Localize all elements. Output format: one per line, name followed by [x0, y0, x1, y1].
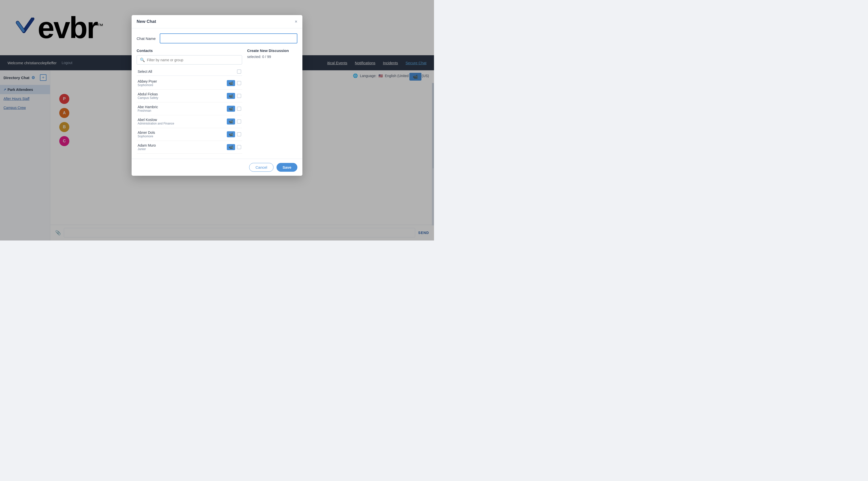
contact-name-3: Abel Koslow — [137, 118, 227, 122]
contacts-heading: Contacts — [136, 49, 242, 53]
search-icon: 🔍 — [140, 58, 145, 62]
contact-actions-2: 📹 — [227, 106, 241, 112]
contact-name-1: Abdul Fickas — [137, 92, 227, 96]
contact-info-0: Abbey Pryer Sophomore — [137, 79, 227, 87]
contact-info-4: Abner Dols Sophomore — [137, 131, 227, 138]
contact-group-4: Sophomore — [137, 134, 227, 138]
contact-item-2: Abe Hambric Freshman 📹 — [136, 102, 242, 115]
modal-footer: Cancel Save — [132, 159, 302, 176]
contact-item-0: Abbey Pryer Sophomore 📹 — [136, 77, 242, 90]
contacts-search-box[interactable]: 🔍 — [136, 55, 242, 65]
discussion-title: Create New Discussion — [247, 49, 298, 53]
contact-info-1: Abdul Fickas Campus Safety — [137, 92, 227, 100]
video-call-contact-5[interactable]: 📹 — [227, 144, 235, 150]
modal-overlay: New Chat × Chat Name Contacts 🔍 — [0, 0, 434, 241]
video-call-contact-4[interactable]: 📹 — [227, 131, 235, 137]
cancel-button[interactable]: Cancel — [249, 163, 274, 172]
chat-name-input[interactable] — [160, 33, 298, 43]
contact-name-4: Abner Dols — [137, 131, 227, 134]
video-call-contact-2[interactable]: 📹 — [227, 106, 235, 112]
select-all-row: Select All — [136, 67, 242, 76]
contact-group-1: Campus Safety — [137, 96, 227, 100]
modal-header: New Chat × — [132, 15, 302, 28]
chat-name-row: Chat Name — [136, 33, 298, 43]
contact-name-5: Adam Muro — [137, 143, 227, 147]
selected-count: selected: 0 / 99 — [247, 55, 298, 59]
contact-item-4: Abner Dols Sophomore 📹 — [136, 128, 242, 141]
contact-group-0: Sophomore — [137, 83, 227, 87]
contacts-list: Abbey Pryer Sophomore 📹 Abdul Ficka — [136, 77, 242, 154]
video-call-contact-1[interactable]: 📹 — [227, 93, 235, 99]
contact-info-2: Abe Hambric Freshman — [137, 105, 227, 113]
contact-info-5: Adam Muro Junior — [137, 143, 227, 151]
contacts-column: Contacts 🔍 Select All — [136, 49, 242, 154]
modal-columns: Contacts 🔍 Select All — [136, 49, 298, 154]
new-chat-modal: New Chat × Chat Name Contacts 🔍 — [132, 15, 302, 176]
contact-checkbox-5[interactable] — [237, 145, 241, 149]
contact-group-5: Junior — [137, 147, 227, 151]
modal-body: Chat Name Contacts 🔍 Select All — [132, 28, 302, 159]
contact-group-3: Administration and Finance — [137, 122, 227, 125]
contact-checkbox-3[interactable] — [237, 120, 241, 124]
contact-actions-5: 📹 — [227, 144, 241, 150]
chat-name-label: Chat Name — [136, 36, 156, 41]
contact-checkbox-1[interactable] — [237, 94, 241, 98]
discussion-column: Create New Discussion selected: 0 / 99 — [247, 49, 298, 154]
contact-checkbox-2[interactable] — [237, 107, 241, 111]
contact-checkbox-4[interactable] — [237, 132, 241, 136]
contact-item-3: Abel Koslow Administration and Finance 📹 — [136, 115, 242, 128]
save-button[interactable]: Save — [277, 163, 298, 172]
modal-close-button[interactable]: × — [294, 19, 298, 24]
contact-name-2: Abe Hambric — [137, 105, 227, 109]
contact-name-0: Abbey Pryer — [137, 79, 227, 83]
contacts-search-input[interactable] — [147, 58, 239, 62]
contact-actions-4: 📹 — [227, 131, 241, 137]
contact-checkbox-0[interactable] — [237, 81, 241, 85]
video-call-contact-0[interactable]: 📹 — [227, 80, 235, 86]
contact-item-5: Adam Muro Junior 📹 — [136, 141, 242, 154]
select-all-checkbox[interactable] — [237, 69, 241, 73]
video-call-contact-3[interactable]: 📹 — [227, 119, 235, 125]
modal-title: New Chat — [136, 19, 156, 24]
contact-group-2: Freshman — [137, 109, 227, 113]
contact-actions-1: 📹 — [227, 93, 241, 99]
contact-info-3: Abel Koslow Administration and Finance — [137, 118, 227, 125]
select-all-label: Select All — [137, 69, 152, 73]
contact-item-1: Abdul Fickas Campus Safety 📹 — [136, 90, 242, 102]
contact-actions-0: 📹 — [227, 80, 241, 86]
contact-actions-3: 📹 — [227, 119, 241, 125]
